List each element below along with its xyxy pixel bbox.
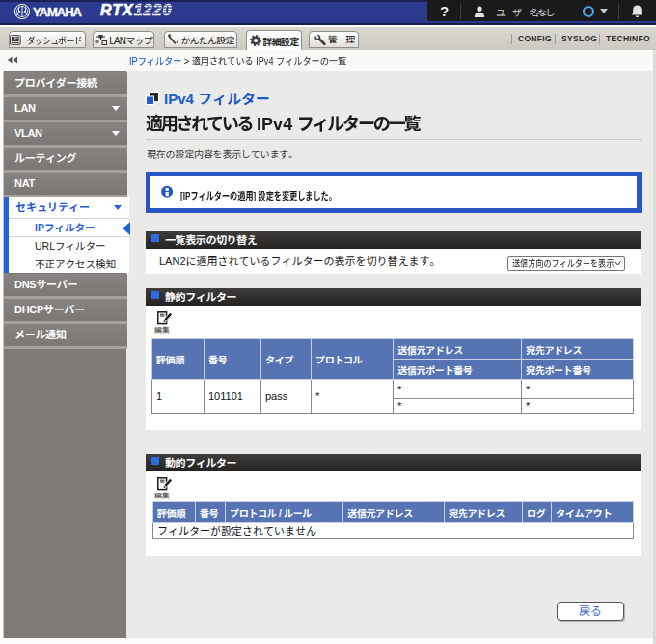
svg-text:YAMAHA: YAMAHA	[33, 5, 83, 19]
